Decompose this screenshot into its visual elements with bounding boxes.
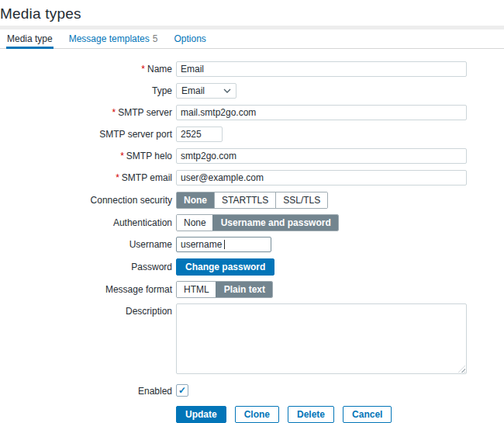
smtp-email-row: *SMTP email — [0, 170, 504, 185]
authentication-label: Authentication — [0, 214, 172, 231]
smtp-email-label: *SMTP email — [0, 170, 172, 185]
name-row: *Name — [0, 61, 504, 77]
enabled-label: Enabled — [0, 383, 172, 399]
cancel-button[interactable]: Cancel — [343, 406, 392, 423]
message-format-segmented: HTML Plain text — [176, 281, 273, 298]
authentication-option-userpass[interactable]: Username and password — [213, 215, 338, 231]
smtp-port-row: SMTP server port — [0, 127, 504, 142]
smtp-server-input[interactable] — [176, 105, 467, 120]
smtp-server-row: *SMTP server — [0, 105, 504, 120]
connection-security-option-ssltls[interactable]: SSL/TLS — [275, 192, 327, 208]
smtp-port-label: SMTP server port — [0, 127, 172, 142]
type-row: Type Email — [0, 83, 504, 99]
required-marker: * — [112, 107, 116, 118]
update-button[interactable]: Update — [176, 406, 226, 423]
name-input[interactable] — [176, 61, 467, 77]
description-label: Description — [0, 303, 172, 319]
enabled-row: Enabled ✓ — [0, 383, 504, 399]
form-actions: Update Clone Delete Cancel — [176, 406, 504, 423]
authentication-segmented: None Username and password — [176, 214, 339, 231]
message-format-option-plaintext[interactable]: Plain text — [216, 282, 272, 297]
tab-message-templates-count: 5 — [153, 33, 158, 44]
smtp-helo-label: *SMTP helo — [0, 148, 172, 164]
connection-security-option-none[interactable]: None — [177, 192, 214, 208]
tab-message-templates[interactable]: Message templates5 — [68, 29, 159, 48]
description-textarea[interactable] — [176, 303, 467, 374]
smtp-email-input[interactable] — [176, 170, 467, 185]
tab-options[interactable]: Options — [173, 29, 206, 48]
smtp-helo-input[interactable] — [176, 148, 467, 164]
required-marker: * — [141, 64, 145, 75]
chevron-down-icon — [223, 88, 231, 93]
connection-security-row: Connection security None STARTTLS SSL/TL… — [0, 192, 504, 209]
password-row: Password Change password — [0, 258, 504, 276]
name-label: *Name — [0, 61, 172, 77]
connection-security-label: Connection security — [0, 192, 172, 209]
checkmark-icon: ✓ — [178, 386, 186, 395]
description-row: Description — [0, 303, 504, 374]
text-cursor — [224, 240, 225, 249]
type-select-value: Email — [181, 85, 205, 96]
authentication-row: Authentication None Username and passwor… — [0, 214, 504, 231]
tab-bar: Media type Message templates5 Options — [0, 29, 504, 49]
delete-button[interactable]: Delete — [288, 406, 334, 423]
message-format-option-html[interactable]: HTML — [177, 282, 216, 297]
tab-message-templates-label: Message templates — [69, 33, 150, 44]
smtp-helo-row: *SMTP helo — [0, 148, 504, 164]
message-format-label: Message format — [0, 281, 172, 298]
type-select[interactable]: Email — [176, 83, 236, 99]
connection-security-option-starttls[interactable]: STARTTLS — [214, 192, 275, 208]
smtp-server-label: *SMTP server — [0, 105, 172, 120]
connection-security-segmented: None STARTTLS SSL/TLS — [176, 192, 328, 209]
message-format-row: Message format HTML Plain text — [0, 281, 504, 298]
clone-button[interactable]: Clone — [235, 406, 279, 423]
authentication-option-none[interactable]: None — [177, 215, 213, 231]
required-marker: * — [120, 151, 124, 161]
tab-media-type[interactable]: Media type — [6, 29, 54, 49]
username-label: Username — [0, 237, 172, 252]
enabled-checkbox[interactable]: ✓ — [176, 384, 188, 397]
change-password-button[interactable]: Change password — [176, 258, 274, 276]
password-label: Password — [0, 258, 172, 276]
smtp-port-input[interactable] — [176, 127, 223, 142]
type-label: Type — [0, 83, 172, 99]
username-row: Username — [0, 237, 504, 252]
required-marker: * — [116, 172, 119, 183]
page-title: Media types — [0, 5, 504, 22]
media-type-form: *Name Type Email *SMTP server SMTP serve… — [0, 49, 504, 423]
